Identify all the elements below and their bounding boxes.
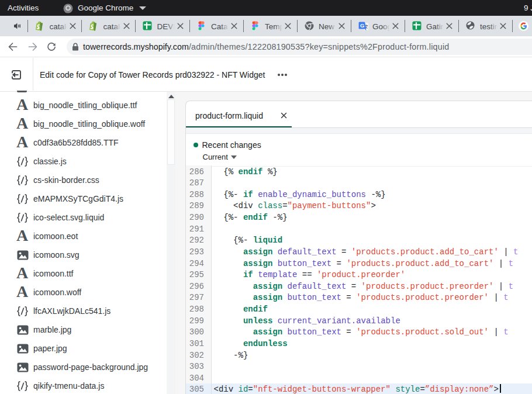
svg-text:G: G (360, 22, 364, 29)
